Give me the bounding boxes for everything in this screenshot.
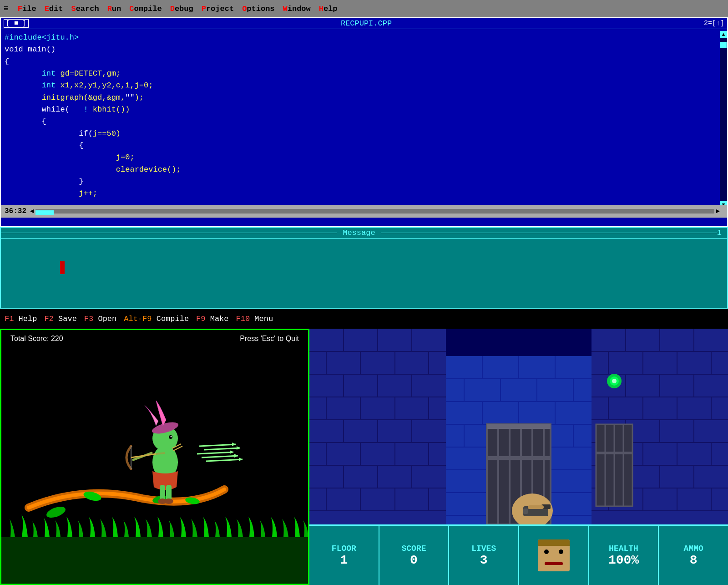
code-line-8: { (5, 116, 723, 127)
doom-statusbar: FLOOR 1 SCORE 0 LIVES 3 HEALTH (309, 524, 728, 585)
fkey-make[interactable]: F9 Make (196, 315, 228, 323)
doom-floor-label: FLOOR (332, 544, 356, 553)
title-line-right (381, 233, 717, 233)
text-cursor (60, 261, 65, 274)
menu-project[interactable]: Project (198, 4, 238, 14)
doom-stat-health: HEALTH 100% (589, 526, 659, 585)
doom-view (309, 329, 728, 524)
menu-icon[interactable]: ≡ (4, 4, 9, 13)
doom-stat-lives: LIVES 3 (449, 526, 519, 585)
doom-score-value: 0 (410, 553, 418, 567)
code-line-13: } (5, 176, 723, 188)
function-key-bar: F1 Help F2 Save F3 Open Alt-F9 Compile F… (0, 309, 728, 329)
svg-rect-144 (596, 452, 632, 454)
code-content[interactable]: #include<jitu.h> void main() { int gd=DE… (1, 29, 727, 205)
code-line-9: if(j==50) (5, 128, 723, 140)
svg-rect-149 (528, 505, 544, 509)
h-scroll-thumb[interactable] (35, 210, 54, 215)
doom-eye-right (559, 549, 563, 554)
doom-lives-label: LIVES (471, 544, 496, 553)
scroll-thumb[interactable] (720, 42, 727, 48)
editor-left-tag: [ ■ ] (4, 19, 29, 28)
game-hud: Total Score: 220 Press 'Esc' to Quit (1, 335, 308, 343)
doom-stat-score: SCORE 0 (379, 526, 450, 585)
scroll-up-button[interactable]: ▲ (720, 31, 727, 38)
svg-rect-30 (1, 537, 309, 585)
svg-point-9 (171, 436, 172, 437)
code-line-3: { (5, 56, 723, 68)
doom-lives-value: 3 (480, 553, 488, 567)
doom-health-value: 100% (608, 553, 639, 567)
h-scroll-track (35, 209, 714, 214)
doom-stat-face (519, 526, 589, 585)
editor-titlebar: [ ■ ] RECPUPI.CPP 2=[↑] (1, 18, 727, 29)
menu-search[interactable]: Search (67, 4, 102, 14)
bottom-panels: Total Score: 220 Press 'Esc' to Quit (0, 329, 728, 585)
code-line-4: int gd=DETECT,gm; (5, 68, 723, 80)
menu-debug[interactable]: Debug (167, 4, 197, 14)
code-line-2: void main() (5, 44, 723, 56)
game-quit-hint: Press 'Esc' to Quit (240, 335, 299, 343)
fkey-help[interactable]: F1 Help (5, 315, 37, 323)
menu-options[interactable]: Options (238, 4, 278, 14)
code-line-11: j=0; (5, 152, 723, 163)
h-scroll-right-arrow[interactable]: ► (716, 208, 720, 215)
scroll-track (720, 38, 727, 201)
editor-statusbar: 36:32 ◄ ► (1, 205, 727, 218)
menu-file[interactable]: File (14, 4, 40, 14)
code-line-10: { (5, 140, 723, 152)
fkey-compile[interactable]: Alt-F9 Compile (124, 315, 189, 323)
doom-health-label: HEALTH (609, 544, 638, 553)
svg-rect-148 (523, 509, 528, 514)
code-line-7: while( ! kbhit()) (5, 104, 723, 116)
code-line-12: cleardevice(); (5, 164, 723, 176)
title-line-left (1, 233, 337, 233)
message-content (1, 239, 727, 302)
game-right-panel: FLOOR 1 SCORE 0 LIVES 3 HEALTH (309, 329, 728, 585)
doom-eye-left (544, 549, 549, 554)
doom-mouth (545, 562, 563, 565)
game-scene-svg (1, 330, 309, 585)
doom-stat-ammo: AMMO 8 (659, 526, 728, 585)
svg-rect-136 (487, 424, 551, 429)
code-line-5: int x1,x2,y1,y2,c,i,j=0; (5, 80, 723, 92)
cursor-position: 36:32 (5, 207, 26, 215)
game-score: Total Score: 220 (10, 335, 63, 343)
doom-ammo-label: AMMO (684, 544, 703, 553)
doom-ammo-value: 8 (690, 553, 698, 567)
doom-stat-floor: FLOOR 1 (309, 526, 379, 585)
menu-run[interactable]: Run (104, 4, 125, 14)
code-line-14: j++; (5, 188, 723, 199)
message-number: 1 (717, 229, 727, 237)
message-panel: Message 1 (0, 227, 728, 309)
code-line-6: initgraph(&gd,&gm,""); (5, 92, 723, 104)
editor-title: RECPUPI.CPP (29, 19, 704, 28)
code-line-1: #include<jitu.h> (5, 32, 723, 44)
editor-right-tag: 2=[↑] (704, 20, 724, 27)
editor-container: [ ■ ] RECPUPI.CPP 2=[↑] #include<jitu.h>… (0, 17, 728, 227)
svg-rect-16 (160, 485, 165, 501)
svg-point-139 (612, 379, 617, 383)
svg-point-19 (164, 499, 173, 504)
svg-rect-17 (166, 485, 172, 501)
menu-help[interactable]: Help (315, 4, 341, 14)
h-scroll-left-arrow[interactable]: ◄ (30, 208, 34, 215)
game-left-panel: Total Score: 220 Press 'Esc' to Quit (0, 329, 309, 585)
doom-floor-value: 1 (340, 553, 348, 567)
message-titlebar: Message 1 (1, 228, 727, 239)
fkey-save[interactable]: F2 Save (44, 315, 76, 323)
doom-scene-svg (309, 329, 728, 524)
menu-edit[interactable]: Edit (41, 4, 67, 14)
editor-scrollbar: ▲ ▼ (720, 31, 727, 209)
doom-hair (538, 539, 570, 546)
fkey-menu[interactable]: F10 Menu (236, 315, 273, 323)
svg-line-13 (156, 453, 165, 454)
menu-compile[interactable]: Compile (126, 4, 165, 14)
doom-face-portrait (538, 539, 570, 571)
menu-bar: ≡ File Edit Search Run Compile Debug Pro… (0, 0, 728, 17)
message-title: Message (337, 229, 380, 237)
doom-score-label: SCORE (402, 544, 426, 553)
svg-rect-135 (487, 456, 551, 460)
menu-window[interactable]: Window (279, 4, 314, 14)
fkey-open[interactable]: F3 Open (84, 315, 116, 323)
